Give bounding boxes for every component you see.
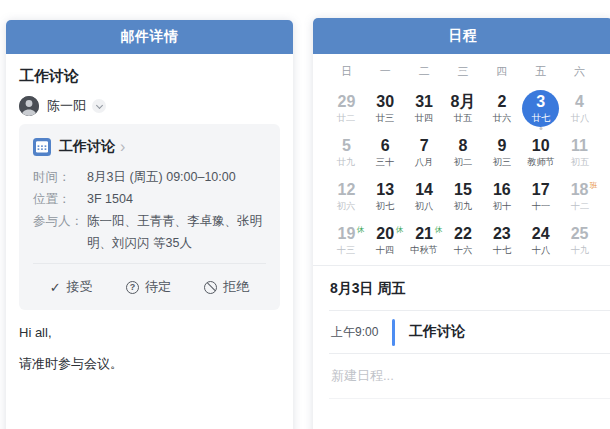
calendar-day-cell[interactable]: 14初八 (405, 174, 444, 218)
weekday-row: 日一二三四五六 (313, 56, 610, 86)
attendees-label: 参与人： (33, 210, 87, 254)
calendar-day-cell[interactable]: 25十九 (560, 218, 599, 262)
day-number: 10 (532, 137, 550, 154)
day-lunar-label: 初三 (493, 156, 511, 166)
day-number: 30 (376, 93, 394, 110)
location-label: 位置： (33, 188, 87, 210)
calendar-day-cell[interactable]: 21休中秋节 (405, 218, 444, 262)
day-number: 5 (342, 137, 351, 154)
calendar-day-cell[interactable]: 24十八 (521, 218, 560, 262)
day: 15初九 (444, 178, 481, 215)
calendar-day-cell[interactable]: 7八月 (405, 130, 444, 174)
email-panel-title: 邮件详情 (121, 28, 179, 46)
calendar-day-cell[interactable]: 29廿二 (327, 86, 366, 130)
sender-avatar (19, 96, 39, 116)
calendar-day-cell[interactable]: 13初七 (366, 174, 405, 218)
day-number: 16 (493, 181, 511, 198)
day: 10教师节 (522, 134, 559, 171)
day: 18班十二 (561, 178, 598, 215)
calendar-day-cell[interactable]: 6三十 (366, 130, 405, 174)
day-lunar-label: 廿八 (570, 112, 588, 122)
calendar-day-cell[interactable]: 19休十三 (327, 218, 366, 262)
time-label: 时间： (33, 166, 87, 188)
new-event-input[interactable]: 新建日程... (313, 354, 610, 398)
day-lunar-label: 教师节 (527, 156, 555, 166)
day-lunar-label: 十九 (570, 244, 588, 254)
calendar-day-cell[interactable]: 20休十四 (366, 218, 405, 262)
day-lunar-label: 廿五 (454, 112, 472, 122)
calendar-day-cell[interactable]: 16初十 (482, 174, 521, 218)
day-number: 8 (459, 137, 468, 154)
calendar-day-cell[interactable]: 3廿七 (521, 86, 560, 130)
calendar-day-cell[interactable]: 11初五 (560, 130, 599, 174)
day: 12初六 (328, 178, 365, 215)
day-lunar-label: 十三 (337, 244, 355, 254)
day-number: 22 (454, 225, 472, 242)
meeting-card-title-row[interactable]: 工作讨论 › (33, 136, 266, 166)
day-number: 19休 (338, 225, 356, 242)
email-body-line: Hi all, (19, 325, 280, 340)
calendar-day-cell[interactable]: 22十六 (444, 218, 483, 262)
day-lunar-label: 十八 (532, 244, 550, 254)
day-lunar-label: 廿二 (337, 112, 355, 122)
day: 14初八 (406, 178, 443, 215)
calendar-day-cell[interactable]: 31廿四 (405, 86, 444, 130)
accept-button[interactable]: ✓ 接受 (50, 278, 93, 296)
day-lunar-label: 初二 (454, 156, 472, 166)
day-number: 24 (532, 225, 550, 242)
calendar-day-cell[interactable]: 15初九 (444, 174, 483, 218)
event-title: 工作讨论 (409, 323, 465, 341)
schedule-panel: 日程 日一二三四五六 29廿二30廿三31廿四8月廿五2廿六3廿七4廿八5廿九6… (313, 18, 610, 429)
location-value: 3F 1504 (87, 188, 133, 210)
day-number: 6 (381, 137, 390, 154)
email-body-line: 请准时参与会议。 (19, 355, 280, 373)
day-number: 17 (532, 181, 550, 198)
tentative-button[interactable]: ? 待定 (126, 278, 171, 296)
calendar-day-cell[interactable]: 17十一 (521, 174, 560, 218)
calendar-day-cell[interactable]: 4廿八 (560, 86, 599, 130)
calendar-day-cell[interactable]: 12初六 (327, 174, 366, 218)
day: 17十一 (522, 178, 559, 215)
sender-name: 陈一阳 (47, 97, 86, 115)
weekday-label: 六 (560, 64, 599, 79)
calendar-day-cell[interactable]: 10教师节 (521, 130, 560, 174)
day-badge: 班 (590, 178, 598, 192)
calendar-day-cell[interactable]: 8月廿五 (444, 86, 483, 130)
decline-button[interactable]: 拒绝 (204, 278, 249, 296)
calendar-day-cell[interactable]: 5廿九 (327, 130, 366, 174)
day-badge: 休 (435, 222, 443, 236)
day-lunar-label: 三十 (376, 156, 394, 166)
day: 13初七 (367, 178, 404, 215)
calendar-day-cell[interactable]: 8初二 (444, 130, 483, 174)
day: 20休十四 (367, 222, 404, 259)
day: 24十八 (522, 222, 559, 259)
calendar-day-cell[interactable]: 2廿六 (482, 86, 521, 130)
day-lunar-label: 十二 (570, 200, 588, 210)
day: 31廿四 (406, 90, 443, 127)
chevron-down-icon (95, 101, 102, 108)
day-number: 8月 (451, 93, 476, 110)
day-lunar-label: 初五 (570, 156, 588, 166)
calendar-day-cell[interactable]: 18班十二 (560, 174, 599, 218)
day-number: 23 (493, 225, 511, 242)
day-lunar-label: 廿四 (415, 112, 433, 122)
day-lunar-label: 十一 (532, 200, 550, 210)
day-lunar-label: 中秋节 (410, 244, 438, 254)
calendar-icon (33, 138, 51, 156)
day-number: 21休 (415, 225, 433, 242)
calendar-day-cell[interactable]: 23十七 (482, 218, 521, 262)
accept-label: 接受 (67, 278, 93, 296)
event-color-bar (392, 319, 395, 346)
day-lunar-label: 初十 (493, 200, 511, 210)
weekday-label: 二 (405, 64, 444, 79)
schedule-event-item[interactable]: 上午9:00 工作讨论 (313, 311, 610, 353)
calendar-day-cell[interactable]: 9初三 (482, 130, 521, 174)
attendees-value: 陈一阳、王青青、李卓豫、张明明、刘闪闪 等35人 (87, 210, 266, 254)
day-number: 25 (571, 225, 589, 242)
calendar-day-cell[interactable]: 30廿三 (366, 86, 405, 130)
day-lunar-label: 十七 (493, 244, 511, 254)
sender-dropdown-button[interactable] (92, 99, 106, 113)
email-panel-header: 邮件详情 (6, 20, 293, 54)
day-number: 11 (571, 137, 588, 154)
day-lunar-label: 廿六 (493, 112, 511, 122)
